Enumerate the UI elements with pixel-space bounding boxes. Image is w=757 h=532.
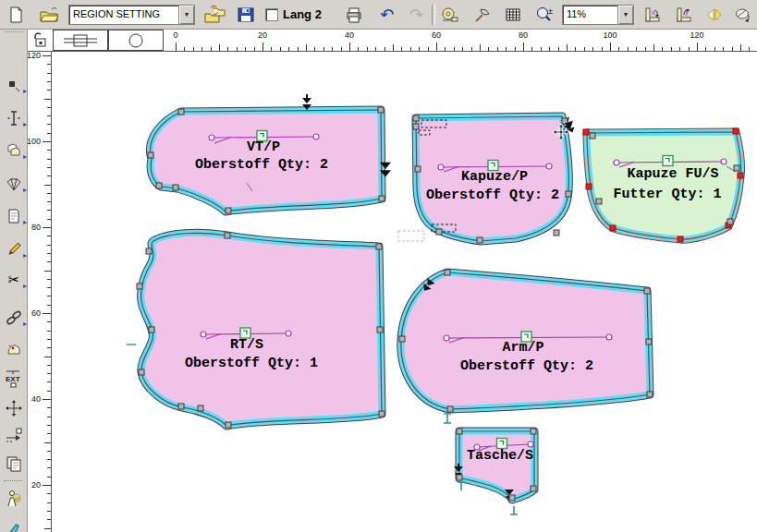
tool-select[interactable]: ▸ (2, 74, 26, 96)
selection-handle[interactable] (457, 475, 462, 480)
selection-handle[interactable] (646, 339, 652, 345)
selection-handle[interactable] (148, 152, 153, 158)
selection-handle[interactable] (477, 237, 482, 243)
open-file-button[interactable] (37, 3, 61, 27)
selection-handle[interactable] (415, 166, 421, 172)
zoom-tool-button[interactable]: ± (532, 3, 556, 27)
selection-handle[interactable] (379, 411, 385, 417)
save-button[interactable] (234, 3, 258, 27)
pattern-piece-vtp[interactable]: VT/P Oberstoff Qty: 2 (148, 94, 391, 213)
selection-handle[interactable] (378, 107, 384, 113)
redo-button[interactable]: ↷ (405, 3, 429, 27)
selection-handle[interactable] (376, 244, 382, 249)
selection-handle[interactable] (678, 236, 683, 242)
selection-handle[interactable] (413, 124, 419, 129)
selection-handle[interactable] (139, 369, 144, 375)
selection-handle[interactable] (733, 128, 739, 134)
selection-handle[interactable] (178, 109, 184, 115)
lang2-checkbox[interactable] (265, 8, 278, 21)
new-document-button[interactable] (4, 3, 28, 27)
selection-handle[interactable] (379, 196, 385, 201)
tool-copy-pieces[interactable]: ▸ (2, 139, 26, 162)
mannequin-icon (4, 489, 24, 509)
erase-region-button[interactable] (732, 3, 756, 27)
pattern-piece-kapuze-p[interactable]: Kapuze/P Oberstoff Qty: 2 (398, 115, 574, 243)
selection-handle[interactable] (596, 199, 602, 204)
tool-extension[interactable]: EXT (2, 368, 26, 390)
tool-sheet[interactable]: ▸ (2, 205, 26, 227)
tool-figure[interactable] (2, 488, 26, 510)
tool-pencil[interactable]: ▸ (2, 238, 26, 260)
selection-handle[interactable] (173, 185, 178, 190)
selection-handle[interactable] (590, 133, 595, 139)
selection-handle[interactable] (399, 336, 405, 342)
combo-dropdown-arrow-icon[interactable]: ▼ (178, 6, 194, 24)
print-button[interactable] (342, 3, 366, 27)
tool-transform[interactable] (2, 425, 26, 447)
selection-handle[interactable] (225, 233, 230, 238)
tool-point-measure[interactable]: ▸ (2, 107, 26, 129)
flip-x-button[interactable]: x (641, 3, 665, 27)
flip-y-button[interactable]: y (673, 3, 697, 27)
ruler-tick (740, 44, 741, 51)
tool-fan-pleat[interactable]: ▸ (2, 173, 26, 195)
tool-hook[interactable] (2, 521, 26, 532)
selection-handle[interactable] (149, 327, 154, 332)
selection-handle[interactable] (531, 486, 536, 491)
selection-handle[interactable] (445, 270, 450, 275)
pattern-piece-armp[interactable]: Arm/P Oberstoff Qty: 2 (399, 270, 653, 423)
selection-handle[interactable] (226, 208, 231, 213)
tool-scissors[interactable]: ✂▸ (2, 269, 26, 291)
selection-handle[interactable] (447, 406, 453, 412)
selection-handle[interactable] (647, 392, 653, 397)
mirror-button[interactable] (702, 3, 726, 27)
flyout-arrow-icon: ▸ (23, 218, 27, 226)
grain-handle[interactable] (663, 156, 673, 166)
selection-handle[interactable] (554, 230, 559, 236)
selection-handle[interactable] (531, 429, 536, 434)
zoom-level-combo[interactable]: 11% ▼ (562, 5, 634, 25)
selection-handle[interactable] (644, 288, 650, 294)
selection-handle[interactable] (146, 248, 152, 254)
selection-handle[interactable] (137, 284, 142, 289)
import-pieces-button[interactable] (202, 3, 226, 27)
selection-handle[interactable] (610, 225, 616, 231)
construct-tool-button[interactable] (470, 3, 494, 27)
selection-handle[interactable] (586, 184, 592, 189)
selection-handle[interactable] (509, 495, 515, 501)
measure-tool-button[interactable] (438, 3, 462, 27)
selection-handle[interactable] (156, 183, 162, 188)
selection-handle[interactable] (198, 405, 203, 411)
selection-handle[interactable] (738, 173, 743, 178)
selection-handle[interactable] (377, 327, 383, 332)
pattern-canvas[interactable]: VT/P Oberstoff Qty: 2 (52, 52, 757, 532)
selection-handle[interactable] (413, 115, 419, 121)
piece-dot-icon (5, 340, 23, 358)
selection-handle[interactable] (436, 229, 442, 235)
pattern-piece-tasches[interactable]: Tasche/S (454, 429, 536, 514)
tool-copy-sheet[interactable] (2, 453, 26, 475)
selection-handle[interactable] (583, 129, 589, 135)
grain-handle[interactable] (497, 439, 507, 449)
selection-handle[interactable] (226, 422, 231, 428)
ruler-tick (47, 219, 51, 220)
combo-dropdown-arrow-icon[interactable]: ▼ (617, 6, 633, 24)
region-setting-combo[interactable]: REGION SETTING ▼ (68, 5, 195, 25)
ruler-tick (506, 47, 507, 51)
tool-link[interactable]: ▸ (2, 307, 26, 329)
ruler-tick (44, 185, 51, 186)
tool-piece-check[interactable] (2, 338, 26, 360)
pattern-piece-rts[interactable]: RT/S Oberstoff Qty: 1 (127, 233, 385, 428)
selection-handle[interactable] (178, 404, 184, 409)
ruler-tick (47, 433, 51, 434)
table-button[interactable] (501, 3, 525, 27)
selection-handle[interactable] (457, 429, 462, 434)
undo-button[interactable]: ↶ (375, 3, 399, 27)
ruler-label: 80 (512, 30, 534, 40)
ruler-tick (628, 47, 629, 51)
selection-handle[interactable] (727, 219, 733, 224)
pattern-piece-kapuze-fus[interactable]: Kapuze FU/S Futter Qty: 1 (583, 128, 743, 242)
selection-handle[interactable] (566, 191, 571, 197)
selection-handle[interactable] (734, 165, 739, 171)
tool-move[interactable] (2, 397, 26, 419)
